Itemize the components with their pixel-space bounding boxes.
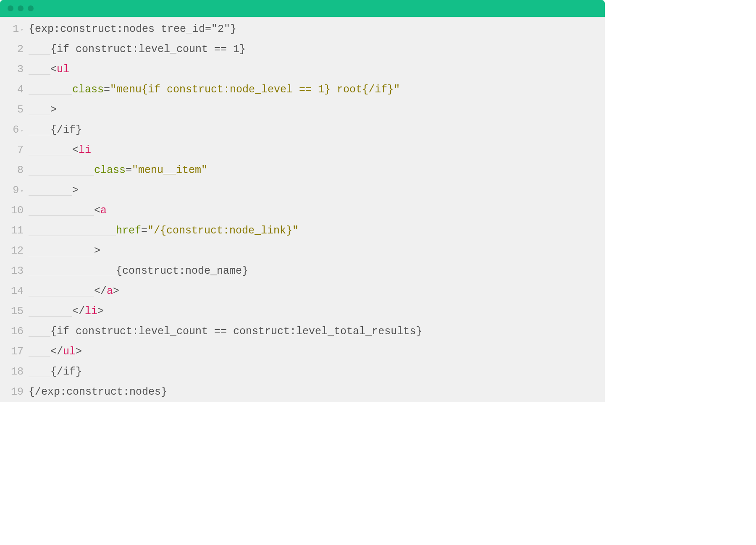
code-line[interactable]: </li> bbox=[29, 301, 605, 322]
line-number: 16 bbox=[0, 322, 24, 342]
line-number: 3 bbox=[0, 60, 24, 80]
line-number: 19 bbox=[0, 382, 24, 402]
line-number: 7 bbox=[0, 140, 24, 160]
fold-chevron-icon[interactable]: ▾ bbox=[20, 181, 24, 202]
code-token: > bbox=[50, 100, 57, 120]
line-number: 9▾ bbox=[0, 181, 24, 201]
code-line[interactable]: {/exp:construct:nodes} bbox=[29, 382, 605, 402]
maximize-icon[interactable] bbox=[28, 5, 34, 11]
code-token: > bbox=[97, 301, 104, 322]
line-number: 14 bbox=[0, 281, 24, 301]
code-line[interactable]: {/if} bbox=[29, 120, 605, 140]
code-content[interactable]: {exp:construct:nodes tree_id="2"} {if co… bbox=[25, 19, 605, 402]
code-token: {exp:construct:nodes tree_id="2"} bbox=[29, 19, 236, 39]
line-number: 18 bbox=[0, 362, 24, 382]
code-token: li bbox=[85, 301, 97, 322]
fold-chevron-icon[interactable]: ▾ bbox=[20, 20, 24, 40]
line-number: 5 bbox=[0, 100, 24, 120]
line-number: 15 bbox=[0, 301, 24, 322]
code-line[interactable]: class="menu{if construct:node_level == 1… bbox=[29, 80, 605, 100]
code-token: {/exp:construct:nodes} bbox=[29, 382, 167, 402]
code-line[interactable]: {/if} bbox=[29, 362, 605, 382]
code-token: "menu{if construct:node_level == 1} root… bbox=[110, 80, 400, 100]
code-token: </ bbox=[72, 301, 85, 322]
code-line[interactable]: </ul> bbox=[29, 342, 605, 362]
window-titlebar bbox=[0, 0, 605, 17]
line-number: 11 bbox=[0, 221, 24, 241]
line-number: 12 bbox=[0, 241, 24, 261]
code-token: </ bbox=[94, 281, 107, 301]
code-line[interactable]: <li bbox=[29, 140, 605, 160]
code-line[interactable]: class="menu__item" bbox=[29, 160, 605, 181]
code-token: "menu__item" bbox=[132, 160, 207, 181]
line-number: 1▾ bbox=[0, 19, 24, 39]
code-token: a bbox=[107, 281, 113, 301]
code-token: class bbox=[72, 80, 104, 100]
code-token: href bbox=[116, 221, 141, 241]
code-token: = bbox=[104, 80, 110, 100]
code-token: {if construct:level_count == construct:l… bbox=[50, 322, 422, 342]
code-line[interactable]: href="/{construct:node_link}" bbox=[29, 221, 605, 241]
code-token: class bbox=[94, 160, 126, 181]
code-token: > bbox=[76, 342, 82, 362]
close-icon[interactable] bbox=[8, 5, 13, 11]
code-line[interactable]: {construct:node_name} bbox=[29, 261, 605, 281]
code-line[interactable]: <ul bbox=[29, 60, 605, 80]
code-editor[interactable]: 1▾23456▾789▾10111213141516171819 {exp:co… bbox=[0, 17, 605, 402]
line-number: 6▾ bbox=[0, 120, 24, 140]
code-token: ul bbox=[63, 342, 76, 362]
line-number: 10 bbox=[0, 201, 24, 221]
code-line[interactable]: {if construct:level_count == construct:l… bbox=[29, 322, 605, 342]
minimize-icon[interactable] bbox=[18, 5, 24, 11]
code-line[interactable]: > bbox=[29, 181, 605, 201]
line-number: 17 bbox=[0, 342, 24, 362]
code-token: {/if} bbox=[50, 362, 82, 382]
line-number-gutter: 1▾23456▾789▾10111213141516171819 bbox=[0, 19, 25, 402]
code-token: "/{construct:node_link}" bbox=[147, 221, 299, 241]
code-token: = bbox=[126, 160, 132, 181]
code-line[interactable]: {exp:construct:nodes tree_id="2"} bbox=[29, 19, 605, 39]
code-line[interactable]: </a> bbox=[29, 281, 605, 301]
code-token: </ bbox=[50, 342, 63, 362]
line-number: 13 bbox=[0, 261, 24, 281]
code-line[interactable]: > bbox=[29, 100, 605, 120]
code-token: {if construct:level_count == 1} bbox=[50, 39, 246, 60]
code-token: = bbox=[141, 221, 147, 241]
line-number: 4 bbox=[0, 80, 24, 100]
editor-window: 1▾23456▾789▾10111213141516171819 {exp:co… bbox=[0, 0, 605, 402]
code-token: {construct:node_name} bbox=[116, 261, 248, 281]
fold-chevron-icon[interactable]: ▾ bbox=[20, 121, 24, 141]
line-number: 2 bbox=[0, 39, 24, 60]
line-number: 8 bbox=[0, 160, 24, 181]
code-line[interactable]: {if construct:level_count == 1} bbox=[29, 39, 605, 60]
code-token: > bbox=[113, 281, 119, 301]
